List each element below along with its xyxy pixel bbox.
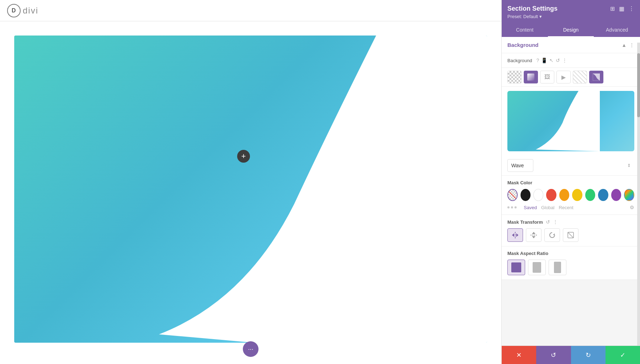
ratio-narrow-icon bbox=[554, 262, 561, 273]
bottom-dot-button[interactable]: ··· bbox=[243, 341, 258, 357]
wave-svg bbox=[14, 36, 487, 343]
ratio-portrait-icon bbox=[533, 262, 541, 273]
panel-header-icons: ⊞ ▦ ⋮ bbox=[610, 5, 634, 12]
ratio-buttons bbox=[507, 260, 634, 275]
ratio-square-icon bbox=[511, 262, 521, 272]
cursor-icon[interactable]: ↖ bbox=[549, 58, 554, 63]
transform-flip-h[interactable] bbox=[507, 228, 523, 242]
canvas-area: D divi + ··· bbox=[0, 0, 501, 364]
mask-ratio-title: Mask Aspect Ratio bbox=[507, 251, 634, 256]
bg-section-header: Background ▲ ⋮ bbox=[502, 37, 640, 53]
bottom-action-bar: ✕ ↺ ↻ ✓ bbox=[502, 346, 640, 364]
background-section: Background ▲ ⋮ Background ? 📱 ↖ ↺ ⋮ bbox=[502, 37, 640, 280]
swatch-green[interactable] bbox=[585, 189, 596, 201]
svg-marker-6 bbox=[532, 232, 535, 234]
transform-invert[interactable] bbox=[563, 228, 578, 242]
help-icon[interactable]: ? bbox=[536, 58, 539, 63]
mask-transform-header: Mask Transform ↺ ⋮ bbox=[507, 219, 634, 225]
panel-tabs: Content Design Advanced bbox=[502, 23, 640, 37]
mask-color-title: Mask Color bbox=[507, 180, 634, 185]
select-arrow-icon: ⇕ bbox=[627, 163, 631, 168]
logo-circle: D bbox=[7, 4, 21, 17]
transform-reset-icon[interactable]: ↺ bbox=[546, 219, 550, 225]
panel-title: Section Settings bbox=[507, 5, 558, 12]
ratio-narrow[interactable] bbox=[549, 260, 566, 275]
bg-type-pattern[interactable] bbox=[573, 71, 587, 83]
swatch-white[interactable] bbox=[533, 189, 543, 201]
collapse-icon[interactable]: ▲ bbox=[622, 42, 626, 48]
svg-marker-8 bbox=[553, 233, 555, 235]
mask-transform-section: Mask Transform ↺ ⋮ bbox=[502, 215, 640, 246]
swatch-black[interactable] bbox=[521, 189, 531, 201]
tab-recent[interactable]: Recent bbox=[559, 205, 573, 210]
add-button[interactable]: + bbox=[237, 150, 250, 163]
fullscreen-icon[interactable]: ⊞ bbox=[610, 5, 615, 12]
wave-select[interactable]: Wave Circle Triangle Arrow Slant bbox=[507, 159, 533, 172]
color-dot-2 bbox=[511, 206, 513, 208]
panel-header: Section Settings ⊞ ▦ ⋮ Preset: Default ▾ bbox=[502, 0, 640, 23]
bg-type-buttons: 🖼 ▶ bbox=[502, 68, 640, 87]
right-panel: Section Settings ⊞ ▦ ⋮ Preset: Default ▾… bbox=[501, 0, 640, 364]
bg-section-title: Background bbox=[507, 42, 539, 48]
ratio-square[interactable] bbox=[507, 260, 525, 275]
transform-flip-v[interactable] bbox=[526, 228, 542, 242]
swatch-orange[interactable] bbox=[559, 189, 570, 201]
swatch-blue[interactable] bbox=[598, 189, 608, 201]
background-row: Background ? 📱 ↖ ↺ ⋮ bbox=[502, 53, 640, 68]
mask-color-section: Mask Color bbox=[502, 176, 640, 215]
top-bar: D divi bbox=[0, 0, 501, 21]
scrollbar-track[interactable] bbox=[637, 43, 640, 346]
divi-logo: D divi bbox=[7, 4, 38, 17]
color-settings-icon[interactable]: ⚙ bbox=[630, 205, 634, 210]
tab-content[interactable]: Content bbox=[502, 23, 548, 37]
color-dots bbox=[507, 206, 517, 208]
scrollbar-thumb[interactable] bbox=[637, 53, 640, 117]
bg-type-video[interactable]: ▶ bbox=[556, 71, 571, 83]
swatch-custom[interactable] bbox=[624, 189, 634, 201]
wave-dropdown-row: Wave Circle Triangle Arrow Slant ⇕ bbox=[502, 156, 640, 176]
dots-icon[interactable]: ⋮ bbox=[562, 58, 567, 63]
bg-section-controls: ▲ ⋮ bbox=[622, 42, 634, 48]
bg-row-icons: ? 📱 ↖ ↺ ⋮ bbox=[536, 58, 567, 63]
color-swatches bbox=[507, 189, 634, 201]
tab-global[interactable]: Global bbox=[541, 205, 555, 210]
panel-preset[interactable]: Preset: Default ▾ bbox=[507, 14, 634, 19]
more-icon[interactable]: ⋮ bbox=[629, 42, 634, 48]
transform-reset[interactable] bbox=[544, 228, 560, 242]
bg-type-image[interactable]: 🖼 bbox=[540, 71, 554, 83]
transform-buttons bbox=[507, 228, 634, 242]
tab-design[interactable]: Design bbox=[548, 23, 594, 37]
reset-icon[interactable]: ↺ bbox=[556, 58, 560, 63]
color-dot-1 bbox=[507, 206, 510, 208]
gradient-preview bbox=[507, 91, 634, 151]
redo-button[interactable]: ↻ bbox=[571, 346, 606, 364]
cancel-button[interactable]: ✕ bbox=[502, 346, 536, 364]
bg-row-label: Background bbox=[507, 58, 532, 63]
tab-advanced[interactable]: Advanced bbox=[594, 23, 640, 37]
color-tabs: Saved Global Recent ⚙ bbox=[507, 205, 634, 210]
ratio-portrait[interactable] bbox=[528, 260, 546, 275]
tab-saved[interactable]: Saved bbox=[524, 205, 537, 210]
more-options-icon[interactable]: ⋮ bbox=[629, 5, 634, 12]
swatch-red[interactable] bbox=[546, 189, 556, 201]
preview-wave-svg bbox=[507, 91, 600, 151]
bg-type-mask[interactable] bbox=[589, 71, 603, 83]
columns-icon[interactable]: ▦ bbox=[619, 5, 624, 12]
color-dot-3 bbox=[514, 206, 517, 208]
bg-type-gradient[interactable] bbox=[524, 71, 538, 83]
svg-marker-4 bbox=[516, 233, 518, 237]
swatch-purple[interactable] bbox=[611, 189, 622, 201]
svg-rect-0 bbox=[527, 74, 534, 81]
wave-select-wrapper: Wave Circle Triangle Arrow Slant ⇕ bbox=[507, 159, 634, 172]
section-canvas: + ··· bbox=[0, 21, 501, 364]
mask-transform-title: Mask Transform bbox=[507, 219, 543, 225]
save-button[interactable]: ✓ bbox=[606, 346, 640, 364]
undo-button[interactable]: ↺ bbox=[536, 346, 571, 364]
svg-marker-7 bbox=[532, 236, 535, 238]
bg-type-transparent[interactable] bbox=[507, 71, 522, 83]
transform-more-icon[interactable]: ⋮ bbox=[553, 219, 558, 225]
gradient-section bbox=[14, 36, 487, 343]
swatch-yellow[interactable] bbox=[572, 189, 582, 201]
mobile-icon[interactable]: 📱 bbox=[541, 58, 547, 63]
swatch-transparent[interactable] bbox=[507, 189, 518, 201]
